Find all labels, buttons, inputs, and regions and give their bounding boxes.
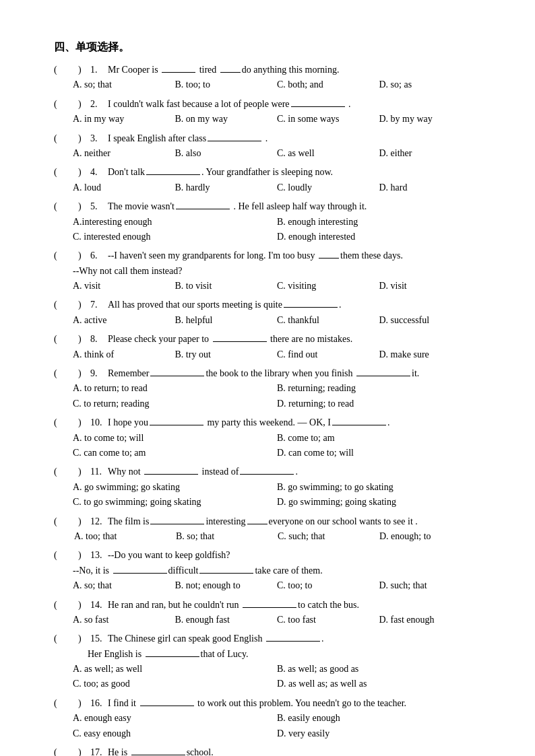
question-11: ( ) 11. Why not instead of. A. go swimmi… xyxy=(54,465,481,510)
question-12: ( ) 12. The film isinterestingeveryone o… xyxy=(54,514,481,545)
question-4: ( ) 4. Don't talk. Your grandfather is s… xyxy=(54,165,481,195)
question-14: ( ) 14. He ran and ran, but he couldn't … xyxy=(54,598,481,628)
question-6: ( ) 6. --I haven't seen my grandparents … xyxy=(54,248,481,294)
section-title: 四、单项选择。 xyxy=(54,40,481,55)
question-3: ( ) 3. I speak English after class . A. … xyxy=(54,131,481,162)
question-15: ( ) 15. The Chinese girl can speak good … xyxy=(54,631,481,692)
question-17: ( ) 17. He is school. A. old enough goin… xyxy=(54,745,481,756)
question-8: ( ) 8. Please check your paper to there … xyxy=(54,332,481,362)
question-9: ( ) 9. Rememberthe book to the library w… xyxy=(54,366,481,411)
question-16: ( ) 16. I find it to work out this probl… xyxy=(54,696,481,741)
question-2: ( ) 2. I couldn't walk fast because a lo… xyxy=(54,97,481,127)
question-13: ( ) 13. --Do you want to keep goldfish? … xyxy=(54,548,481,593)
question-5: ( ) 5. The movie wasn't . He fell asleep… xyxy=(54,199,481,244)
question-10: ( ) 10. I hope you my party this weekend… xyxy=(54,415,481,460)
question-1: ( ) 1. Mr Cooper is tired do anything th… xyxy=(54,63,481,93)
question-7: ( ) 7. All has proved that our sports me… xyxy=(54,298,481,328)
